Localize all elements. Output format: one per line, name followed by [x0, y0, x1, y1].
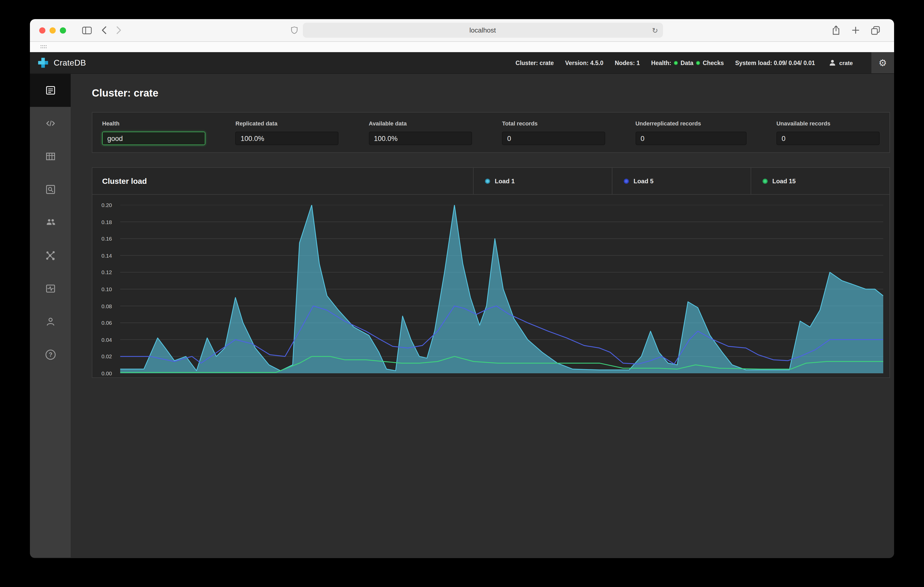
cluster-stats-panel: Health Replicated data Available data [92, 112, 890, 153]
fullscreen-window-button[interactable] [60, 27, 66, 33]
help-icon: ? [44, 349, 56, 361]
version-text: Version: 4.5.0 [565, 60, 603, 66]
y-axis-tick: 0.02 [101, 353, 112, 360]
stat-label: Health [102, 120, 205, 126]
system-load-text: System load: 0.09/ 0.04/ 0.01 [735, 60, 815, 66]
cluster-load-header: Cluster load Load 1 Load 5 [92, 168, 889, 195]
url-text: localhost [469, 26, 496, 34]
nodes-text: Nodes: 1 [615, 60, 640, 66]
app-navbar: CrateDB Cluster: crate Version: 4.5.0 No… [30, 52, 894, 74]
cluster-load-panel: Cluster load Load 1 Load 5 [92, 167, 890, 378]
reload-icon[interactable]: ↻ [652, 26, 658, 34]
y-axis-tick: 0.10 [101, 286, 112, 292]
y-axis-tick: 0.20 [101, 202, 112, 208]
legend-label: Load 15 [772, 177, 796, 185]
app-sidebar: ? [30, 74, 71, 557]
checks-health-dot-icon [696, 61, 700, 65]
screenshot-stage: localhost ↻ [0, 0, 924, 587]
cluster-load-chart [120, 205, 883, 373]
sidebar-item-cluster[interactable] [30, 239, 71, 272]
privacy-shield-icon[interactable] [291, 26, 297, 34]
cratedb-logo-icon [37, 57, 49, 69]
stat-label: Replicated data [236, 120, 339, 126]
page-title: Cluster: crate [92, 87, 890, 99]
health-value-field[interactable] [102, 132, 205, 145]
y-axis-tick: 0.16 [101, 235, 112, 241]
sidebar-item-console[interactable] [30, 107, 71, 140]
share-icon[interactable] [832, 25, 840, 35]
y-axis-tick: 0.08 [101, 303, 112, 309]
main-content: Cluster: crate Health Replicated data Av [71, 74, 894, 557]
sidebar-item-views[interactable] [30, 173, 71, 206]
user-menu[interactable]: crate [826, 59, 855, 66]
svg-text:?: ? [48, 351, 52, 358]
replicated-data-field[interactable] [236, 132, 339, 145]
unavailable-records-field[interactable] [776, 132, 879, 145]
legend-dot [624, 179, 629, 184]
underreplicated-records-field[interactable] [635, 132, 746, 145]
cratedb-app: CrateDB Cluster: crate Version: 4.5.0 No… [30, 52, 894, 557]
sidebar-item-privileges[interactable] [30, 305, 71, 338]
total-records-field[interactable] [502, 132, 605, 145]
y-axis-tick: 0.00 [101, 370, 112, 376]
brand-name: CrateDB [54, 58, 86, 67]
available-data-field[interactable] [369, 132, 472, 145]
cluster-load-title: Cluster load [92, 168, 473, 194]
health-status: Health: Data Checks [651, 60, 724, 66]
y-axis-labels: 0.200.180.160.140.120.100.080.060.040.02… [92, 205, 117, 373]
legend-label: Load 5 [634, 177, 653, 185]
legend-dot [485, 179, 490, 184]
back-icon[interactable] [101, 26, 107, 35]
sidebar-item-shards[interactable] [30, 206, 71, 239]
brand[interactable]: CrateDB [37, 57, 86, 69]
browser-window: localhost ↻ [30, 19, 894, 558]
stat-label: Available data [369, 120, 472, 126]
tab-overview-icon[interactable] [871, 26, 880, 35]
legend-item-load15[interactable]: Load 15 [751, 168, 889, 194]
stat-label: Unavailable records [776, 120, 879, 126]
sidebar-item-help[interactable]: ? [30, 338, 71, 371]
legend-dot [762, 179, 768, 184]
stat-health: Health [102, 120, 205, 145]
minimize-window-button[interactable] [50, 27, 56, 33]
user-icon [828, 59, 836, 66]
address-bar[interactable]: localhost ↻ [303, 23, 663, 38]
monitoring-icon [45, 283, 56, 294]
close-window-button[interactable] [39, 27, 45, 33]
y-axis-tick: 0.14 [101, 253, 112, 259]
health-label: Health: [651, 60, 671, 66]
window-controls [39, 27, 66, 33]
y-axis-tick: 0.06 [101, 319, 112, 326]
navbar-metrics: Cluster: crate Version: 4.5.0 Nodes: 1 H… [516, 52, 894, 73]
tables-icon [45, 151, 56, 162]
sidebar-item-tables[interactable] [30, 140, 71, 173]
cluster-name-text: Cluster: crate [516, 60, 554, 66]
settings-gear-icon[interactable]: ⚙ [871, 52, 894, 73]
stat-label: Total records [502, 120, 605, 126]
forward-icon[interactable] [116, 26, 122, 35]
sidebar-item-overview[interactable] [30, 74, 71, 107]
sidebar-item-monitoring[interactable] [30, 272, 71, 305]
stat-replicated-data: Replicated data [236, 120, 339, 145]
y-axis-tick: 0.18 [101, 219, 112, 225]
search-document-icon [45, 184, 56, 195]
stat-available-data: Available data [369, 120, 472, 145]
stat-label: Underreplicated records [635, 120, 746, 126]
sidebar-toggle-icon[interactable] [82, 26, 92, 34]
browser-toolbar: localhost ↻ [30, 19, 894, 42]
overview-icon [45, 85, 56, 96]
y-axis-tick: 0.04 [101, 337, 112, 343]
legend-item-load1[interactable]: Load 1 [473, 168, 612, 194]
grid-dots-icon[interactable] [40, 45, 47, 49]
legend-label: Load 1 [495, 177, 515, 185]
cluster-load-chart-area: 0.200.180.160.140.120.100.080.060.040.02… [92, 195, 889, 377]
user-name: crate [839, 60, 853, 66]
users-icon [44, 217, 56, 228]
new-tab-icon[interactable] [852, 26, 860, 34]
data-health-dot-icon [674, 61, 678, 65]
address-bar-area: localhost ↻ [126, 23, 827, 38]
stat-unavailable-records: Unavailable records [776, 120, 879, 145]
app-body: ? Cluster: crate Health Replicate [30, 74, 894, 557]
legend-item-load5[interactable]: Load 5 [612, 168, 751, 194]
y-axis-tick: 0.12 [101, 269, 112, 275]
